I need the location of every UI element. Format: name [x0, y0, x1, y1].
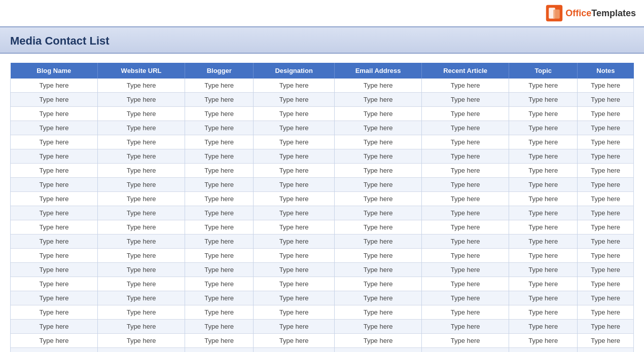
- cell-blog-name[interactable]: Type here: [11, 178, 98, 192]
- cell-recent-article[interactable]: Type here: [422, 135, 509, 149]
- cell-email[interactable]: Type here: [335, 107, 422, 121]
- cell-topic[interactable]: Type here: [509, 320, 578, 334]
- cell-topic[interactable]: Type here: [509, 149, 578, 164]
- cell-recent-article[interactable]: Type here: [422, 220, 509, 234]
- cell-blog-name[interactable]: Type here: [11, 149, 98, 164]
- cell-website-url[interactable]: Type here: [98, 263, 185, 277]
- cell-blogger[interactable]: Type here: [185, 206, 254, 220]
- cell-designation[interactable]: Type here: [254, 291, 335, 305]
- cell-blogger[interactable]: Type here: [185, 277, 254, 291]
- cell-blog-name[interactable]: Type here: [11, 291, 98, 305]
- cell-blog-name[interactable]: Type here: [11, 107, 98, 121]
- cell-notes[interactable]: Type here: [578, 220, 634, 234]
- cell-blog-name[interactable]: Type here: [11, 79, 98, 93]
- cell-blog-name[interactable]: Type here: [11, 220, 98, 234]
- cell-notes[interactable]: Type here: [578, 192, 634, 206]
- cell-blogger[interactable]: Type here: [185, 234, 254, 249]
- cell-blogger[interactable]: Type here: [185, 348, 254, 353]
- table-row[interactable]: Type hereType hereType hereType hereType…: [11, 277, 634, 291]
- cell-recent-article[interactable]: Type here: [422, 121, 509, 135]
- cell-topic[interactable]: Type here: [509, 79, 578, 93]
- table-row[interactable]: Type hereType hereType hereType hereType…: [11, 164, 634, 178]
- cell-website-url[interactable]: Type here: [98, 348, 185, 353]
- cell-blog-name[interactable]: Type here: [11, 348, 98, 353]
- cell-email[interactable]: Type here: [335, 348, 422, 353]
- cell-topic[interactable]: Type here: [509, 164, 578, 178]
- cell-notes[interactable]: Type here: [578, 121, 634, 135]
- cell-designation[interactable]: Type here: [254, 164, 335, 178]
- cell-website-url[interactable]: Type here: [98, 305, 185, 320]
- cell-designation[interactable]: Type here: [254, 121, 335, 135]
- cell-website-url[interactable]: Type here: [98, 192, 185, 206]
- cell-designation[interactable]: Type here: [254, 334, 335, 348]
- cell-topic[interactable]: Type here: [509, 121, 578, 135]
- cell-email[interactable]: Type here: [335, 249, 422, 263]
- cell-notes[interactable]: Type here: [578, 334, 634, 348]
- cell-designation[interactable]: Type here: [254, 107, 335, 121]
- cell-topic[interactable]: Type here: [509, 249, 578, 263]
- cell-notes[interactable]: Type here: [578, 135, 634, 149]
- cell-email[interactable]: Type here: [335, 220, 422, 234]
- cell-email[interactable]: Type here: [335, 206, 422, 220]
- cell-blogger[interactable]: Type here: [185, 220, 254, 234]
- cell-designation[interactable]: Type here: [254, 305, 335, 320]
- cell-blog-name[interactable]: Type here: [11, 135, 98, 149]
- table-row[interactable]: Type hereType hereType hereType hereType…: [11, 135, 634, 149]
- cell-topic[interactable]: Type here: [509, 206, 578, 220]
- table-row[interactable]: Type hereType hereType hereType hereType…: [11, 234, 634, 249]
- cell-website-url[interactable]: Type here: [98, 93, 185, 107]
- cell-recent-article[interactable]: Type here: [422, 348, 509, 353]
- cell-blog-name[interactable]: Type here: [11, 249, 98, 263]
- cell-topic[interactable]: Type here: [509, 334, 578, 348]
- cell-designation[interactable]: Type here: [254, 79, 335, 93]
- table-row[interactable]: Type hereType hereType hereType hereType…: [11, 178, 634, 192]
- cell-blog-name[interactable]: Type here: [11, 320, 98, 334]
- table-row[interactable]: Type hereType hereType hereType hereType…: [11, 220, 634, 234]
- cell-email[interactable]: Type here: [335, 135, 422, 149]
- table-row[interactable]: Type hereType hereType hereType hereType…: [11, 206, 634, 220]
- cell-topic[interactable]: Type here: [509, 277, 578, 291]
- cell-website-url[interactable]: Type here: [98, 291, 185, 305]
- cell-topic[interactable]: Type here: [509, 305, 578, 320]
- cell-email[interactable]: Type here: [335, 121, 422, 135]
- table-row[interactable]: Type hereType hereType hereType hereType…: [11, 149, 634, 164]
- cell-website-url[interactable]: Type here: [98, 178, 185, 192]
- cell-blogger[interactable]: Type here: [185, 178, 254, 192]
- cell-website-url[interactable]: Type here: [98, 149, 185, 164]
- cell-website-url[interactable]: Type here: [98, 277, 185, 291]
- cell-website-url[interactable]: Type here: [98, 135, 185, 149]
- cell-topic[interactable]: Type here: [509, 220, 578, 234]
- cell-email[interactable]: Type here: [335, 291, 422, 305]
- cell-email[interactable]: Type here: [335, 234, 422, 249]
- cell-recent-article[interactable]: Type here: [422, 291, 509, 305]
- cell-notes[interactable]: Type here: [578, 107, 634, 121]
- cell-recent-article[interactable]: Type here: [422, 178, 509, 192]
- cell-designation[interactable]: Type here: [254, 220, 335, 234]
- cell-recent-article[interactable]: Type here: [422, 305, 509, 320]
- cell-website-url[interactable]: Type here: [98, 249, 185, 263]
- cell-blogger[interactable]: Type here: [185, 149, 254, 164]
- cell-notes[interactable]: Type here: [578, 206, 634, 220]
- table-row[interactable]: Type hereType hereType hereType hereType…: [11, 249, 634, 263]
- cell-blogger[interactable]: Type here: [185, 249, 254, 263]
- cell-topic[interactable]: Type here: [509, 348, 578, 353]
- cell-blogger[interactable]: Type here: [185, 192, 254, 206]
- cell-notes[interactable]: Type here: [578, 291, 634, 305]
- cell-blog-name[interactable]: Type here: [11, 234, 98, 249]
- cell-blog-name[interactable]: Type here: [11, 206, 98, 220]
- cell-recent-article[interactable]: Type here: [422, 79, 509, 93]
- cell-email[interactable]: Type here: [335, 164, 422, 178]
- cell-email[interactable]: Type here: [335, 277, 422, 291]
- cell-notes[interactable]: Type here: [578, 234, 634, 249]
- cell-email[interactable]: Type here: [335, 320, 422, 334]
- cell-blogger[interactable]: Type here: [185, 79, 254, 93]
- cell-notes[interactable]: Type here: [578, 178, 634, 192]
- cell-blog-name[interactable]: Type here: [11, 164, 98, 178]
- cell-blog-name[interactable]: Type here: [11, 192, 98, 206]
- table-row[interactable]: Type hereType hereType hereType hereType…: [11, 348, 634, 353]
- cell-designation[interactable]: Type here: [254, 320, 335, 334]
- cell-blogger[interactable]: Type here: [185, 107, 254, 121]
- cell-website-url[interactable]: Type here: [98, 107, 185, 121]
- cell-website-url[interactable]: Type here: [98, 334, 185, 348]
- cell-blog-name[interactable]: Type here: [11, 277, 98, 291]
